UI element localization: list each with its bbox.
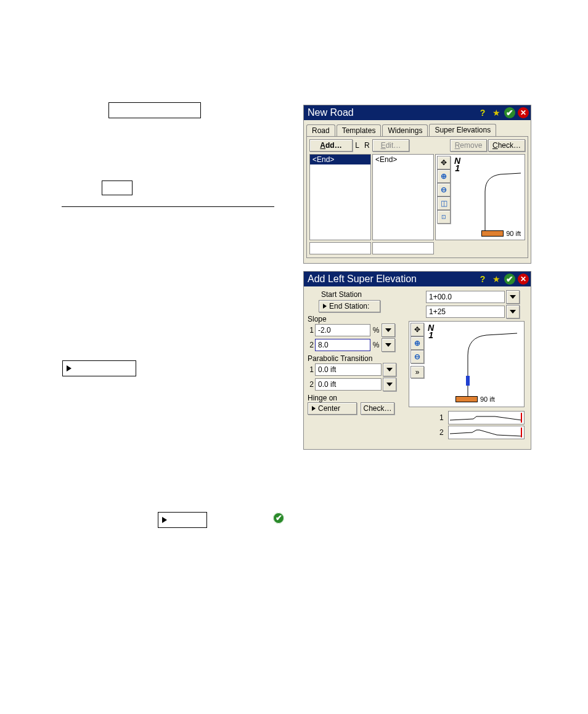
close-icon[interactable]: ✕ [518, 274, 529, 285]
tab-super-elevations[interactable]: Super Elevations [429, 124, 496, 136]
para2-dropdown[interactable] [383, 378, 396, 391]
para1-dropdown[interactable] [383, 363, 396, 376]
xsection-2-num: 2 [439, 428, 446, 437]
tab-content: Add… LR Edit… Remove Check… < [306, 136, 528, 258]
play-icon [67, 365, 71, 371]
box-super-elevations [108, 102, 201, 118]
scale-box [481, 230, 504, 237]
lr-labels: LR [354, 141, 371, 150]
zoom-out-icon[interactable]: ⊖ [410, 350, 424, 363]
end-station-button[interactable]: End Station: [319, 300, 380, 312]
ok-icon: ✔ [273, 513, 284, 524]
slope1-dropdown[interactable] [382, 323, 395, 337]
preview-toolbar: ✥ ⊕ ⊖ ◫ ⊡ [437, 156, 451, 224]
favorite-icon[interactable]: ★ [490, 273, 502, 285]
tabstrip: Road Templates Widenings Super Elevation… [306, 123, 528, 136]
play-icon [162, 517, 167, 523]
underline-1 [62, 206, 274, 207]
left-status [309, 242, 371, 254]
list-item[interactable]: <End> [310, 155, 370, 164]
zoom-in-icon[interactable]: ⊕ [410, 336, 424, 350]
zoom-100-icon[interactable]: ⊡ [437, 210, 451, 224]
titlebar: New Road ? ★ ✔ ✕ [304, 105, 531, 120]
start-station-input[interactable]: 1+00.0 [426, 291, 505, 303]
zoom-out-icon[interactable]: ⊖ [437, 183, 451, 197]
box-center [158, 512, 207, 528]
hinge-label: Hinge on [308, 394, 425, 402]
preview-toolbar: ✥ ⊕ ⊖ [410, 323, 424, 363]
edit-button: Edit… [372, 139, 409, 152]
left-list[interactable]: <End> [309, 154, 371, 240]
window-add-super-elevation: Add Left Super Elevation ? ★ ✔ ✕ Start S… [303, 271, 531, 450]
play-icon [323, 304, 327, 309]
parabolic-label: Parabolic Transition [308, 354, 425, 363]
slope-label: Slope [308, 315, 425, 323]
right-status [372, 242, 434, 254]
start-station-dropdown[interactable] [506, 290, 520, 304]
titlebar: Add Left Super Elevation ? ★ ✔ ✕ [304, 272, 531, 286]
slope1-unit: % [372, 326, 380, 335]
zoom-window-icon[interactable]: ◫ [437, 197, 451, 210]
remove-button: Remove [450, 139, 487, 152]
slope2-num: 2 [308, 341, 314, 349]
end-station-dropdown[interactable] [506, 305, 520, 318]
preview-panel: ✥ ⊕ ⊖ ◫ ⊡ N 1 [435, 154, 525, 240]
expand-button[interactable]: » [410, 366, 424, 378]
alignment-curve [434, 328, 520, 402]
scale-bar: 90 ift [455, 396, 495, 403]
fit-icon[interactable]: ✥ [437, 156, 451, 169]
slope2-input[interactable]: 8.0 [315, 339, 370, 351]
scale-bar: 90 ift [481, 230, 521, 237]
para1-num: 1 [308, 365, 314, 374]
help-icon[interactable]: ? [476, 107, 489, 119]
slope1-num: 1 [308, 326, 314, 335]
para1-input[interactable]: 0.0 ift [315, 363, 382, 376]
alignment-curve [454, 167, 522, 235]
fit-icon[interactable]: ✥ [410, 323, 424, 336]
window-title: New Road [308, 107, 476, 118]
right-list[interactable]: <End> [372, 154, 434, 240]
window-new-road: New Road ? ★ ✔ ✕ Road Templates Widening… [303, 105, 531, 264]
box-add [102, 181, 133, 195]
slope1-input[interactable]: -2.0 [315, 324, 370, 336]
help-icon[interactable]: ? [476, 273, 489, 285]
check-button[interactable]: Check… [488, 139, 525, 152]
para2-input[interactable]: 0.0 ift [315, 378, 382, 391]
box-end-station [62, 360, 136, 376]
xsection-1-num: 1 [439, 413, 446, 422]
end-station-input[interactable]: 1+25 [426, 306, 505, 318]
ok-icon[interactable]: ✔ [504, 274, 515, 285]
ok-icon[interactable]: ✔ [504, 107, 515, 118]
add-button[interactable]: Add… [309, 139, 353, 152]
slope2-unit: % [372, 341, 380, 349]
north-indicator: N 1 [428, 324, 434, 339]
tab-road[interactable]: Road [306, 124, 335, 136]
slope2-dropdown[interactable] [382, 338, 395, 352]
hinge-button[interactable]: Center [308, 402, 357, 415]
xsection-2 [448, 426, 525, 439]
play-icon [312, 406, 316, 411]
tab-widenings[interactable]: Widenings [382, 124, 428, 136]
para2-num: 2 [308, 380, 314, 389]
scale-box [455, 396, 478, 402]
preview-panel: ✥ ⊕ ⊖ » N 1 90 ift [409, 321, 525, 407]
check-button[interactable]: Check… [361, 402, 394, 415]
tab-templates[interactable]: Templates [337, 124, 382, 136]
window-title: Add Left Super Elevation [308, 274, 476, 285]
svg-rect-0 [466, 376, 470, 386]
close-icon[interactable]: ✕ [518, 107, 529, 118]
xsection-1 [448, 411, 525, 424]
start-station-label: Start Station [308, 290, 383, 299]
zoom-in-icon[interactable]: ⊕ [437, 169, 451, 183]
list-item[interactable]: <End> [373, 155, 433, 164]
favorite-icon[interactable]: ★ [490, 107, 502, 119]
